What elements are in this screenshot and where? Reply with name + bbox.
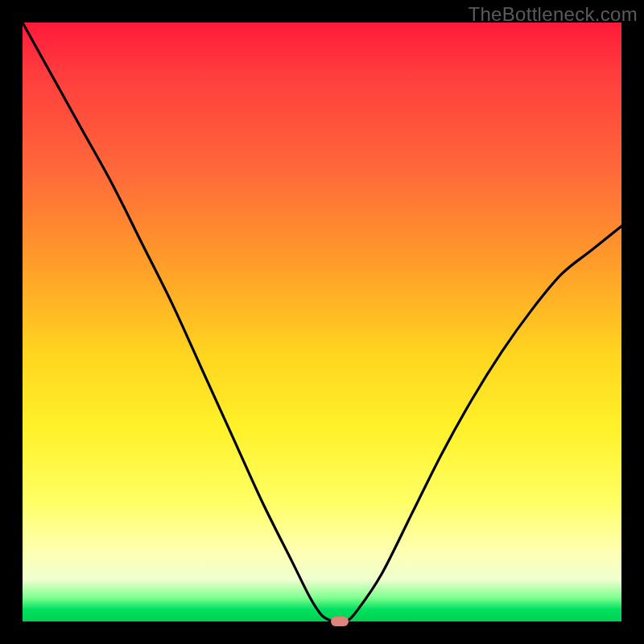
optimal-marker (331, 617, 349, 626)
chart-frame: TheBottleneck.com (0, 0, 644, 644)
bottleneck-curve (23, 23, 621, 621)
plot-area (23, 23, 621, 621)
watermark-text: TheBottleneck.com (468, 3, 638, 26)
